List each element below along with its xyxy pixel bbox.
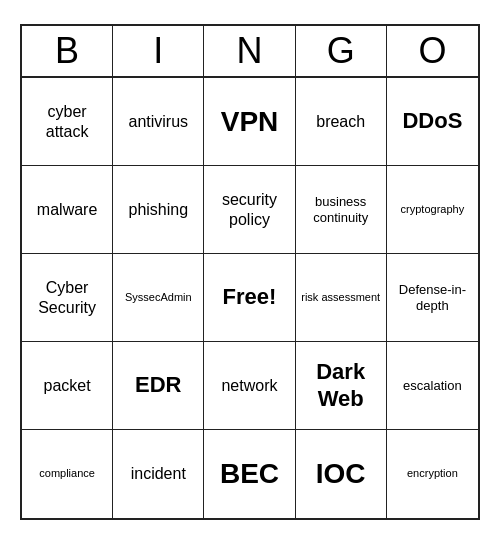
bingo-cell-21: incident [113,430,204,518]
bingo-grid: cyber attackantivirusVPNbreachDDoSmalwar… [22,78,478,518]
bingo-cell-7: security policy [204,166,295,254]
bingo-cell-18: Dark Web [296,342,387,430]
bingo-cell-15: packet [22,342,113,430]
bingo-cell-1: antivirus [113,78,204,166]
bingo-card: BINGO cyber attackantivirusVPNbreachDDoS… [20,24,480,520]
header-letter-B: B [22,26,113,76]
bingo-cell-12: Free! [204,254,295,342]
header-letter-G: G [296,26,387,76]
bingo-cell-8: business continuity [296,166,387,254]
bingo-cell-6: phishing [113,166,204,254]
bingo-cell-20: compliance [22,430,113,518]
bingo-cell-3: breach [296,78,387,166]
bingo-cell-22: BEC [204,430,295,518]
bingo-cell-23: IOC [296,430,387,518]
bingo-cell-0: cyber attack [22,78,113,166]
bingo-cell-9: cryptography [387,166,478,254]
bingo-cell-16: EDR [113,342,204,430]
bingo-cell-13: risk assessment [296,254,387,342]
bingo-cell-10: Cyber Security [22,254,113,342]
bingo-cell-4: DDoS [387,78,478,166]
header-letter-O: O [387,26,478,76]
bingo-cell-14: Defense-in-depth [387,254,478,342]
header-letter-N: N [204,26,295,76]
bingo-header: BINGO [22,26,478,78]
bingo-cell-24: encryption [387,430,478,518]
header-letter-I: I [113,26,204,76]
bingo-cell-2: VPN [204,78,295,166]
bingo-cell-17: network [204,342,295,430]
bingo-cell-11: SyssecAdmin [113,254,204,342]
bingo-cell-19: escalation [387,342,478,430]
bingo-cell-5: malware [22,166,113,254]
